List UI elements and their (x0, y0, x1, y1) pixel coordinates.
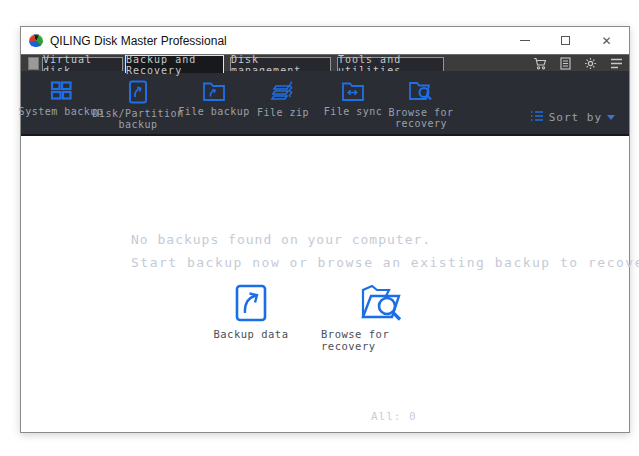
toolbar-item-label: Disk/Partitionbackup (92, 108, 183, 130)
backup-data-action[interactable]: Backup data (206, 284, 296, 340)
toolbar-item-label: Browse forrecovery (388, 107, 453, 129)
toolbar-item-label: File zip (257, 107, 309, 118)
window-title: QILING Disk Master Professional (50, 34, 227, 48)
license-list-icon[interactable] (560, 57, 571, 70)
folder-arrow-icon (202, 80, 226, 102)
tab-strip: Virtual disk Backup and Recovery Disk ma… (21, 54, 629, 71)
toolbar: System backup Disk/Partitionbackup (21, 71, 629, 136)
toolbar-item-browse-for-recovery[interactable]: Browse forrecovery (378, 80, 464, 129)
title-bar: QILING Disk Master Professional ✕ (21, 27, 629, 54)
close-button[interactable]: ✕ (586, 27, 627, 54)
app-logo-icon (29, 34, 43, 47)
tab-virtual-disk[interactable]: Virtual disk (42, 57, 123, 72)
toolbar-item-label: System backup (19, 106, 104, 117)
empty-state-line1: No backups found on your computer. (131, 232, 431, 247)
all-count-status: All: 0 (371, 410, 417, 423)
tab-disk-management[interactable]: Disk management (230, 57, 331, 72)
backup-data-label: Backup data (213, 328, 288, 340)
empty-state-line2: Start backup now or browse an existing b… (131, 255, 639, 270)
toolbar-item-system-backup[interactable]: System backup (18, 80, 104, 117)
tab-tools-and-utilities[interactable]: Tools and utilities (337, 57, 444, 72)
sort-by-label: Sort by (549, 111, 602, 124)
chevron-down-icon (607, 115, 615, 120)
app-window: QILING Disk Master Professional ✕ Virtua… (20, 26, 630, 433)
backup-data-icon (234, 284, 268, 322)
folder-sync-icon (341, 80, 365, 102)
folder-search-icon (357, 284, 405, 322)
browse-for-recovery-label: Browse for recovery (321, 328, 441, 352)
folder-search-icon (408, 80, 434, 103)
toolbar-item-disk-partition-backup[interactable]: Disk/Partitionbackup (95, 80, 181, 130)
maximize-button[interactable] (545, 27, 586, 54)
cart-icon[interactable] (533, 57, 547, 70)
sort-list-icon (530, 108, 544, 126)
close-icon: ✕ (601, 35, 611, 47)
window-controls: ✕ (504, 27, 627, 54)
tab-scroll-button[interactable] (28, 57, 39, 70)
minimize-button[interactable] (504, 27, 545, 54)
tab-backup-and-recovery[interactable]: Backup and Recovery (125, 55, 224, 73)
tab-strip-icons (533, 55, 623, 72)
screenshot-stage: QILING Disk Master Professional ✕ Virtua… (0, 0, 639, 456)
backup-list-area: No backups found on your computer. Start… (21, 136, 629, 432)
disk-backup-icon (127, 80, 149, 104)
minimize-icon (520, 40, 530, 41)
toolbar-item-label: File sync (324, 106, 383, 117)
menu-icon[interactable] (610, 58, 623, 69)
maximize-icon (561, 36, 570, 45)
grid-squares-icon (49, 80, 73, 102)
gear-icon[interactable] (584, 57, 597, 70)
stacked-files-icon (270, 80, 296, 103)
sort-by-control[interactable]: Sort by (530, 108, 615, 126)
browse-for-recovery-action[interactable]: Browse for recovery (321, 284, 441, 352)
